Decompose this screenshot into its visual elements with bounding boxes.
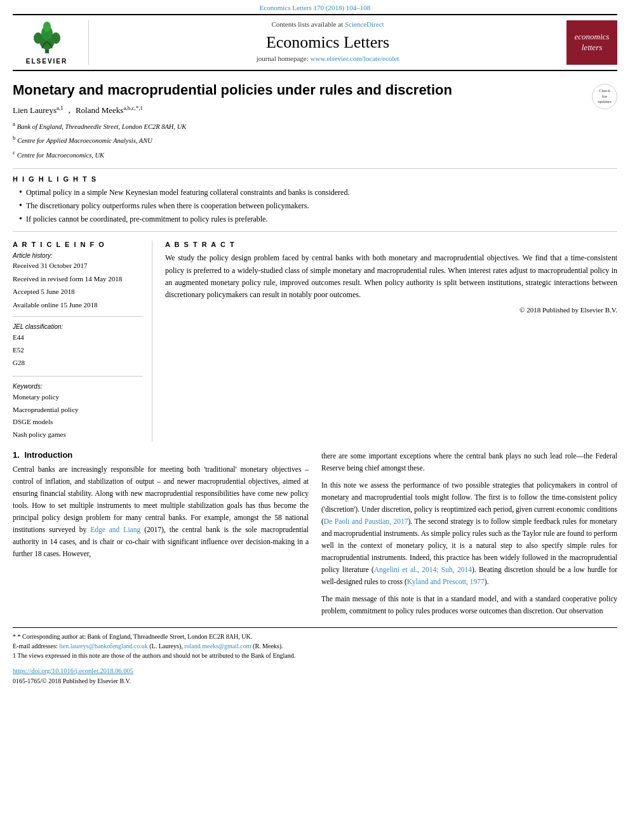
- journal-center-info: Contents lists available at ScienceDirec…: [89, 20, 566, 65]
- doi-link[interactable]: https://doi.org/10.1016/j.econlet.2018.0…: [13, 667, 133, 674]
- author-1-superscript: a,1: [57, 105, 64, 111]
- affiliation-b: b Centre for Applied Macroeconomic Analy…: [13, 133, 592, 146]
- two-col-section: A R T I C L E I N F O Article history: R…: [13, 241, 617, 441]
- article-content: Monetary and macroprudential policies un…: [13, 71, 617, 441]
- contents-available-line: Contents lists available at ScienceDirec…: [271, 20, 384, 28]
- intro-paragraph-1: Central banks are increasingly responsib…: [13, 463, 309, 560]
- kyland-link[interactable]: Kyland and Prescott, 1977: [407, 578, 485, 585]
- history-label: Article history:: [13, 252, 143, 259]
- article-info-header: A R T I C L E I N F O: [13, 241, 143, 248]
- article-title: Monetary and macroprudential policies un…: [13, 81, 592, 100]
- edge-link[interactable]: Edge and Liang: [90, 526, 140, 533]
- divider-4: [13, 376, 143, 377]
- issn-text: 0165-1765/© 2018 Published by Elsevier B…: [13, 677, 131, 684]
- top-citation-bar: Economics Letters 170 (2018) 104–108: [0, 0, 630, 14]
- citation-text: Economics Letters 170 (2018) 104–108: [260, 4, 371, 11]
- divider-2: [13, 231, 617, 232]
- affiliation-a: a Bank of England, Threadneedle Street, …: [13, 119, 592, 132]
- elsevier-tree-icon: [28, 20, 66, 55]
- check-updates-badge: Checkforupdates: [592, 84, 617, 109]
- science-direct-link[interactable]: ScienceDirect: [345, 20, 384, 28]
- elsevier-logo: ELSEVIER: [13, 20, 89, 65]
- journal-title-main: Economics Letters: [266, 33, 389, 52]
- doi-area: https://doi.org/10.1016/j.econlet.2018.0…: [13, 665, 617, 686]
- footnote-1: 1 The views expressed in this note are t…: [13, 651, 617, 660]
- abstract-header: A B S T R A C T: [165, 241, 617, 248]
- copyright-line: © 2018 Published by Elsevier B.V.: [165, 306, 617, 314]
- intro-paragraph-2: there are some important exceptions wher…: [321, 450, 617, 474]
- homepage-url[interactable]: www.elsevier.com/locate/ecolet: [311, 55, 399, 62]
- depaoli-link[interactable]: De Paoli and Paustian, 2017: [324, 517, 408, 525]
- jel-label: JEL classification:: [13, 323, 143, 330]
- keywords-list: Monetary policy Macroprudential policy D…: [13, 391, 143, 441]
- intro-paragraph-4: The main message of this note is that in…: [321, 593, 617, 617]
- footnote-area: * * Corresponding author at: Bank of Eng…: [13, 627, 617, 660]
- author-2-name: Roland Meeksa,b,c,*,1: [76, 105, 143, 116]
- highlights-section: H I G H L I G H T S • Optimal policy in …: [13, 175, 617, 225]
- intro-paragraph-3: In this note we assess the performance o…: [321, 479, 617, 588]
- accepted-date: Accepted 5 June 2018: [13, 286, 143, 297]
- highlight-item-3: • If policies cannot be coordinated, pre…: [19, 213, 617, 225]
- journal-logo-box: economics letters: [566, 20, 617, 65]
- footnote-star: * * Corresponding author at: Bank of Eng…: [13, 632, 617, 641]
- jel-codes: E44 E52 G28: [13, 331, 143, 369]
- keywords-label: Keywords:: [13, 383, 143, 390]
- angelini-link[interactable]: Angelini et al., 2014; Suh, 2014: [374, 566, 472, 573]
- abstract-text: We study the policy design problem faced…: [165, 252, 617, 301]
- body-right-col: there are some important exceptions wher…: [321, 450, 617, 622]
- authors-line: Lien Laureysa,1 , Roland Meeksa,b,c,*,1: [13, 105, 592, 116]
- svg-point-3: [43, 22, 51, 32]
- svg-point-5: [51, 32, 60, 44]
- footnote-emails: E-mail addresses: lien.laureys@bankofeng…: [13, 641, 617, 651]
- main-body: 1. Introduction Central banks are increa…: [13, 450, 617, 622]
- journal-header: ELSEVIER Contents lists available at Sci…: [13, 14, 617, 71]
- elsevier-wordmark: ELSEVIER: [26, 58, 67, 65]
- body-left-col: 1. Introduction Central banks are increa…: [13, 450, 309, 622]
- article-info-col: A R T I C L E I N F O Article history: R…: [13, 241, 152, 441]
- received-date: Received 31 October 2017: [13, 260, 143, 271]
- divider-3: [13, 316, 143, 317]
- author-2-superscript: a,b,c,*,1: [123, 105, 143, 111]
- abstract-col: A B S T R A C T We study the policy desi…: [165, 241, 617, 441]
- email2-link[interactable]: roland.meeks@gmail.com: [184, 643, 251, 650]
- divider-1: [13, 168, 617, 169]
- highlights-header: H I G H L I G H T S: [13, 175, 617, 183]
- section-1-title: 1. Introduction: [13, 450, 309, 460]
- revised-date: Received in revised form 14 May 2018: [13, 274, 143, 284]
- homepage-line: journal homepage: www.elsevier.com/locat…: [257, 55, 399, 62]
- author-1-name: Lien Laureysa,1: [13, 105, 64, 116]
- highlight-item-1: • Optimal policy in a simple New Keynesi…: [19, 187, 617, 198]
- highlight-item-2: • The discretionary policy outperforms r…: [19, 200, 617, 211]
- affiliation-c: c Centre for Macroeconomics, UK: [13, 148, 592, 161]
- available-date: Available online 15 June 2018: [13, 300, 143, 310]
- email1-link[interactable]: lien.laureys@bankofengland.co.uk: [59, 643, 147, 650]
- svg-point-4: [34, 32, 43, 44]
